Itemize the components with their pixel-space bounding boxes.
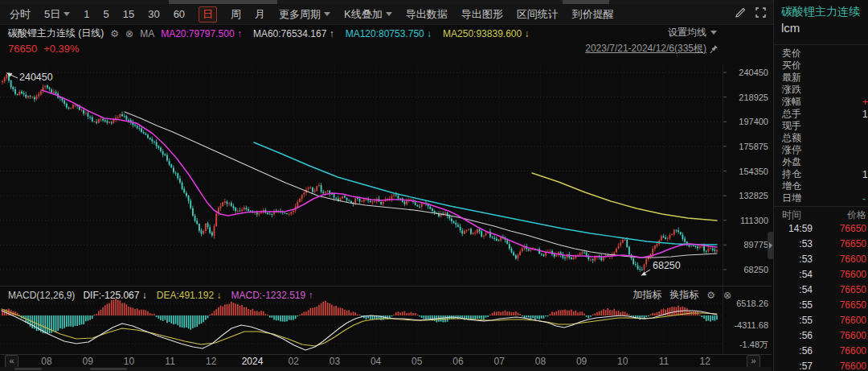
tick-table-header: 时间 价格 [774, 208, 868, 221]
tick-time: :54 [799, 284, 813, 295]
macd-close-icon[interactable]: ⊗ [723, 290, 731, 301]
toolbar-tab-5min-label: 5 [103, 8, 108, 20]
add-indicator-button[interactable]: 加指标 [633, 288, 661, 302]
time-label-05: 05 [411, 356, 422, 367]
change-percent: +0.39% [43, 43, 79, 55]
toolbar-tab-5day-label: 5日 [44, 7, 60, 22]
quote-row-sell-price: 卖价 [774, 47, 868, 60]
time-label-2024: 2024 [242, 356, 264, 367]
tick-price: 76600 [840, 315, 866, 326]
macd-header: MACD(12,26,9) DIF:-125.067 ↓DEA:491.192 … [8, 288, 731, 302]
fullscreen-icon[interactable] [755, 7, 766, 18]
futures-trading-app: 分时5日15153060日周月更多周期K线叠加导出数据导出图形区间统计到价提醒 … [0, 0, 868, 371]
quote-row-change: 涨跌 [774, 84, 868, 96]
tick-row: :5376650 [774, 238, 868, 254]
chevron-down-icon [324, 12, 330, 16]
panel-collapse-handle[interactable] [768, 232, 774, 259]
time-label-08: 08 [41, 356, 51, 367]
toolbar-tab-30min[interactable]: 30 [148, 8, 159, 20]
toolbar-tab-daily[interactable]: 日 [199, 6, 217, 23]
candlestick-chart-canvas[interactable]: 240450 68250 [0, 60, 772, 371]
scrollbar-handle[interactable] [14, 368, 42, 370]
horizontal-scrollbar[interactable] [0, 367, 772, 371]
toolbar-tab-weekly[interactable]: 周 [231, 7, 241, 22]
tick-time: :53 [799, 238, 813, 249]
price-tick: 154350 [725, 167, 768, 176]
tick-row: :5376600 [774, 254, 868, 269]
ma-settings-label: 设置均线 [668, 26, 706, 39]
switch-indicator-button[interactable]: 换指标 [669, 288, 698, 302]
ma-value-2: MA120:80753.750 ↓ [346, 28, 432, 39]
tick-row: 14:5976650 [774, 223, 868, 238]
ma-settings-dropdown[interactable]: 设置均线 [668, 26, 717, 39]
macd-gear-icon[interactable]: ⚙ [706, 290, 715, 301]
price-tick: 68250 [725, 265, 768, 274]
tick-row: :5576650 [774, 299, 868, 315]
quote-value-open-interest: 1 [862, 169, 868, 180]
toolbar-tab-1min[interactable]: 1 [84, 8, 89, 20]
panel-symbol-name: 碳酸锂主力连续 [781, 5, 860, 19]
toolbar-tab-fenshi-label: 分时 [10, 7, 31, 22]
quote-row-buy-price: 买价 [774, 60, 868, 72]
toolbar-kline-overlay[interactable]: K线叠加 [344, 7, 392, 22]
macd-value-0: DIF:-125.067 ↓ [83, 290, 146, 301]
toolbar-price-alert[interactable]: 到价提醒 [572, 7, 614, 22]
ma-close-icon[interactable]: ⊗ [125, 28, 133, 39]
tick-price: 76650 [840, 284, 866, 295]
price-tick: 218925 [725, 93, 768, 102]
quote-row-last-price: 最新 [774, 72, 868, 84]
toolbar-kline-overlay-label: K线叠加 [344, 7, 383, 22]
macd-values: DIF:-125.067 ↓DEA:491.192 ↓MACD:-1232.51… [83, 290, 313, 301]
page-right-button[interactable]: » [747, 355, 760, 368]
draw-pencil-icon[interactable] [735, 7, 746, 18]
pin-icon[interactable] [710, 44, 719, 54]
toolbar-export-data[interactable]: 导出数据 [406, 7, 448, 22]
tick-row: :5576600 [774, 315, 868, 330]
quote-value-change-pct: + [862, 97, 868, 108]
ma-group-label: MA [140, 28, 154, 39]
indicator-header: 碳酸锂主力连续 (日线) ⚙ ⊗ MA MA20:79797.500 ↑MA60… [8, 27, 530, 40]
symbol-period-label: 碳酸锂主力连续 (日线) [8, 27, 104, 40]
toolbar-tab-5min[interactable]: 5 [103, 8, 108, 20]
date-range-link[interactable]: 2023/7/21-2024/12/6(335根) [585, 42, 706, 56]
quote-row-outer-disc: 外盘 [774, 156, 868, 168]
chart-tool-icons [735, 7, 777, 18]
toolbar-range-stats[interactable]: 区间统计 [517, 7, 559, 22]
tick-table: 14:5976650:5376650:5376600:5476600:54766… [774, 223, 868, 371]
price-tick: 175875 [725, 142, 768, 151]
time-label-11: 11 [165, 356, 174, 367]
quote-row-change-pct: 涨幅+ [774, 96, 868, 108]
toolbar-more-periods[interactable]: 更多周期 [279, 7, 330, 22]
last-price: 76650 [8, 43, 37, 55]
toolbar-export-image[interactable]: 导出图形 [461, 7, 503, 22]
chevron-down-icon [386, 12, 392, 16]
time-label-11: 11 [659, 356, 669, 367]
time-label-07: 07 [494, 356, 505, 367]
tick-row: :5476650 [774, 284, 868, 299]
toolbar-tab-fenshi[interactable]: 分时 [10, 7, 31, 22]
scrollbar-handle[interactable] [90, 368, 127, 370]
tick-time: 14:59 [788, 223, 813, 234]
divider [774, 206, 868, 207]
tick-time: :57 [799, 361, 813, 371]
time-label-10: 10 [124, 356, 134, 367]
tick-time: :55 [799, 315, 813, 326]
price-tick: 132825 [725, 191, 768, 200]
toolbar-tab-monthly[interactable]: 月 [255, 7, 265, 22]
toolbar-tab-weekly-label: 周 [231, 7, 241, 22]
toolbar-tab-15min[interactable]: 15 [123, 8, 134, 20]
ma-value-1: MA60:76534.167 ↑ [253, 28, 334, 39]
toolbar-price-alert-label: 到价提醒 [572, 7, 614, 22]
toolbar-tab-60min[interactable]: 60 [174, 8, 185, 20]
price-tick: 111300 [725, 216, 768, 225]
ma-settings-gear-icon[interactable]: ⚙ [110, 28, 119, 39]
page-left-button[interactable]: « [5, 355, 18, 368]
toolbar-tab-daily-label: 日 [203, 7, 213, 22]
quote-value-total-volume: 1 [862, 109, 868, 120]
toolbar-tab-5day[interactable]: 5日 [44, 7, 70, 22]
macd-value-2: MACD:-1232.519 ↑ [231, 290, 313, 301]
tick-price: 76650 [840, 299, 866, 311]
quote-row-cur-volume: 现手 [774, 120, 868, 132]
toolbar-more-periods-label: 更多周期 [279, 7, 321, 22]
time-label-12: 12 [700, 356, 710, 367]
